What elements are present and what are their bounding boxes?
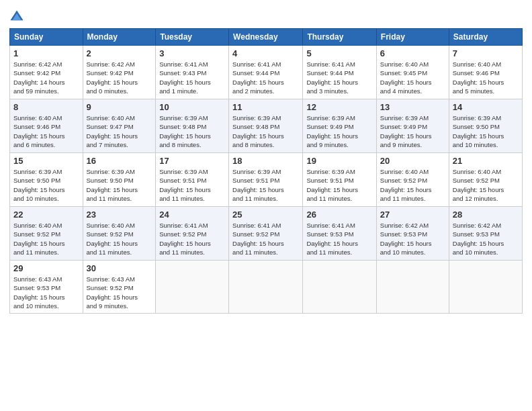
day-number: 18: [232, 156, 299, 166]
day-info: Sunrise: 6:43 AM Sunset: 9:52 PM Dayligh…: [87, 275, 152, 310]
day-cell: 3Sunrise: 6:41 AM Sunset: 9:43 PM Daylig…: [156, 46, 229, 99]
day-cell: [229, 261, 303, 314]
day-number: 28: [453, 210, 519, 220]
day-number: 20: [380, 156, 445, 166]
day-info: Sunrise: 6:39 AM Sunset: 9:51 PM Dayligh…: [306, 167, 372, 203]
day-number: 29: [13, 263, 79, 273]
calendar-table: SundayMondayTuesdayWednesdayThursdayFrid…: [9, 28, 523, 314]
day-info: Sunrise: 6:42 AM Sunset: 9:42 PM Dayligh…: [13, 60, 79, 95]
day-info: Sunrise: 6:40 AM Sunset: 9:52 PM Dayligh…: [453, 167, 519, 203]
col-header-wednesday: Wednesday: [229, 29, 303, 46]
day-number: 11: [232, 102, 299, 112]
day-number: 19: [306, 156, 372, 166]
day-cell: 23Sunrise: 6:40 AM Sunset: 9:52 PM Dayli…: [83, 207, 156, 261]
day-info: Sunrise: 6:41 AM Sunset: 9:53 PM Dayligh…: [306, 221, 372, 257]
day-info: Sunrise: 6:41 AM Sunset: 9:44 PM Dayligh…: [306, 60, 372, 95]
day-number: 30: [87, 263, 152, 273]
day-cell: [156, 261, 229, 314]
day-number: 13: [380, 102, 445, 112]
day-info: Sunrise: 6:40 AM Sunset: 9:52 PM Dayligh…: [13, 221, 79, 257]
day-cell: 7Sunrise: 6:40 AM Sunset: 9:46 PM Daylig…: [449, 46, 522, 99]
day-info: Sunrise: 6:41 AM Sunset: 9:52 PM Dayligh…: [159, 221, 225, 257]
day-cell: 5Sunrise: 6:41 AM Sunset: 9:44 PM Daylig…: [303, 46, 376, 99]
day-number: 12: [306, 102, 372, 112]
day-cell: 20Sunrise: 6:40 AM Sunset: 9:52 PM Dayli…: [376, 153, 449, 207]
day-info: Sunrise: 6:39 AM Sunset: 9:49 PM Dayligh…: [380, 113, 445, 149]
day-info: Sunrise: 6:40 AM Sunset: 9:45 PM Dayligh…: [380, 60, 445, 95]
day-info: Sunrise: 6:39 AM Sunset: 9:50 PM Dayligh…: [87, 167, 152, 203]
header-row: SundayMondayTuesdayWednesdayThursdayFrid…: [10, 29, 523, 46]
day-info: Sunrise: 6:39 AM Sunset: 9:48 PM Dayligh…: [232, 113, 299, 149]
page: SundayMondayTuesdayWednesdayThursdayFrid…: [0, 0, 532, 411]
day-cell: 4Sunrise: 6:41 AM Sunset: 9:44 PM Daylig…: [229, 46, 303, 99]
day-info: Sunrise: 6:40 AM Sunset: 9:52 PM Dayligh…: [87, 221, 152, 257]
day-cell: 17Sunrise: 6:39 AM Sunset: 9:51 PM Dayli…: [156, 153, 229, 207]
day-cell: 27Sunrise: 6:42 AM Sunset: 9:53 PM Dayli…: [376, 207, 449, 261]
day-number: 24: [159, 210, 225, 220]
day-cell: 6Sunrise: 6:40 AM Sunset: 9:45 PM Daylig…: [376, 46, 449, 99]
day-cell: 18Sunrise: 6:39 AM Sunset: 9:51 PM Dayli…: [229, 153, 303, 207]
day-cell: 8Sunrise: 6:40 AM Sunset: 9:46 PM Daylig…: [10, 99, 83, 153]
day-cell: 24Sunrise: 6:41 AM Sunset: 9:52 PM Dayli…: [156, 207, 229, 261]
day-info: Sunrise: 6:43 AM Sunset: 9:53 PM Dayligh…: [13, 275, 79, 310]
day-cell: 11Sunrise: 6:39 AM Sunset: 9:48 PM Dayli…: [229, 99, 303, 153]
day-number: 17: [159, 156, 225, 166]
day-cell: 13Sunrise: 6:39 AM Sunset: 9:49 PM Dayli…: [376, 99, 449, 153]
day-number: 26: [306, 210, 372, 220]
day-cell: 15Sunrise: 6:39 AM Sunset: 9:50 PM Dayli…: [10, 153, 83, 207]
day-number: 1: [13, 48, 79, 58]
day-cell: 16Sunrise: 6:39 AM Sunset: 9:50 PM Dayli…: [83, 153, 156, 207]
day-cell: 1Sunrise: 6:42 AM Sunset: 9:42 PM Daylig…: [10, 46, 83, 99]
day-number: 2: [87, 48, 152, 58]
col-header-sunday: Sunday: [10, 29, 83, 46]
day-info: Sunrise: 6:39 AM Sunset: 9:49 PM Dayligh…: [306, 113, 372, 149]
day-cell: 9Sunrise: 6:40 AM Sunset: 9:47 PM Daylig…: [83, 99, 156, 153]
day-number: 9: [87, 102, 152, 112]
col-header-saturday: Saturday: [449, 29, 522, 46]
day-cell: 28Sunrise: 6:42 AM Sunset: 9:53 PM Dayli…: [449, 207, 522, 261]
day-number: 10: [159, 102, 225, 112]
day-cell: 2Sunrise: 6:42 AM Sunset: 9:42 PM Daylig…: [83, 46, 156, 99]
day-info: Sunrise: 6:41 AM Sunset: 9:52 PM Dayligh…: [232, 221, 299, 257]
day-info: Sunrise: 6:40 AM Sunset: 9:52 PM Dayligh…: [380, 167, 445, 203]
day-number: 21: [453, 156, 519, 166]
day-number: 4: [232, 48, 299, 58]
day-info: Sunrise: 6:42 AM Sunset: 9:42 PM Dayligh…: [87, 60, 152, 95]
day-cell: 14Sunrise: 6:39 AM Sunset: 9:50 PM Dayli…: [449, 99, 522, 153]
day-number: 25: [232, 210, 299, 220]
day-info: Sunrise: 6:42 AM Sunset: 9:53 PM Dayligh…: [380, 221, 445, 257]
day-number: 23: [87, 210, 152, 220]
day-number: 8: [13, 102, 79, 112]
day-info: Sunrise: 6:42 AM Sunset: 9:53 PM Dayligh…: [453, 221, 519, 257]
logo-icon: [9, 9, 24, 24]
day-cell: 25Sunrise: 6:41 AM Sunset: 9:52 PM Dayli…: [229, 207, 303, 261]
day-info: Sunrise: 6:39 AM Sunset: 9:51 PM Dayligh…: [159, 167, 225, 203]
day-number: 3: [159, 48, 225, 58]
day-number: 14: [453, 102, 519, 112]
day-cell: [376, 261, 449, 314]
day-number: 7: [453, 48, 519, 58]
week-row-4: 22Sunrise: 6:40 AM Sunset: 9:52 PM Dayli…: [10, 207, 523, 261]
day-info: Sunrise: 6:39 AM Sunset: 9:51 PM Dayligh…: [232, 167, 299, 203]
day-cell: 26Sunrise: 6:41 AM Sunset: 9:53 PM Dayli…: [303, 207, 376, 261]
day-cell: 12Sunrise: 6:39 AM Sunset: 9:49 PM Dayli…: [303, 99, 376, 153]
day-cell: 19Sunrise: 6:39 AM Sunset: 9:51 PM Dayli…: [303, 153, 376, 207]
day-number: 27: [380, 210, 445, 220]
day-cell: [303, 261, 376, 314]
week-row-3: 15Sunrise: 6:39 AM Sunset: 9:50 PM Dayli…: [10, 153, 523, 207]
day-info: Sunrise: 6:40 AM Sunset: 9:47 PM Dayligh…: [87, 113, 152, 149]
col-header-thursday: Thursday: [303, 29, 376, 46]
day-info: Sunrise: 6:41 AM Sunset: 9:44 PM Dayligh…: [232, 60, 299, 95]
day-cell: [449, 261, 522, 314]
week-row-2: 8Sunrise: 6:40 AM Sunset: 9:46 PM Daylig…: [10, 99, 523, 153]
col-header-monday: Monday: [83, 29, 156, 46]
day-number: 15: [13, 156, 79, 166]
week-row-5: 29Sunrise: 6:43 AM Sunset: 9:53 PM Dayli…: [10, 261, 523, 314]
day-info: Sunrise: 6:39 AM Sunset: 9:50 PM Dayligh…: [13, 167, 79, 203]
day-number: 5: [306, 48, 372, 58]
day-cell: 29Sunrise: 6:43 AM Sunset: 9:53 PM Dayli…: [10, 261, 83, 314]
week-row-1: 1Sunrise: 6:42 AM Sunset: 9:42 PM Daylig…: [10, 46, 523, 99]
day-number: 16: [87, 156, 152, 166]
header: [9, 7, 523, 24]
day-cell: 30Sunrise: 6:43 AM Sunset: 9:52 PM Dayli…: [83, 261, 156, 314]
